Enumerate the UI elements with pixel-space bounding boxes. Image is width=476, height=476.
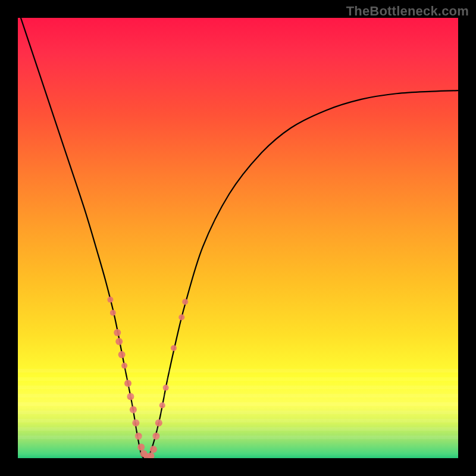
scatter-point — [182, 299, 188, 305]
scatter-point — [115, 338, 123, 345]
scatter-point — [152, 433, 159, 440]
scatter-point — [107, 297, 113, 303]
scatter-point — [155, 419, 162, 427]
scatter-point — [150, 446, 157, 453]
scatter-point — [114, 329, 121, 336]
scatter-markers — [107, 297, 188, 458]
scatter-point — [159, 402, 165, 408]
curve-layer — [18, 18, 458, 458]
scatter-point — [171, 345, 177, 351]
scatter-point — [121, 363, 127, 369]
scatter-point — [178, 314, 184, 320]
scatter-point — [147, 452, 154, 458]
scatter-point — [110, 310, 116, 316]
scatter-point — [130, 406, 137, 414]
scatter-point — [127, 393, 134, 400]
bottleneck-curve — [18, 18, 458, 458]
scatter-point — [132, 419, 139, 427]
scatter-point — [137, 444, 145, 451]
plot-area — [18, 18, 458, 458]
scatter-point — [118, 351, 126, 358]
scatter-point — [124, 380, 131, 387]
scatter-point — [135, 433, 142, 440]
watermark-text: TheBottleneck.com — [346, 4, 469, 19]
scatter-point — [163, 385, 169, 391]
chart-frame: TheBottleneck.com — [0, 0, 476, 476]
